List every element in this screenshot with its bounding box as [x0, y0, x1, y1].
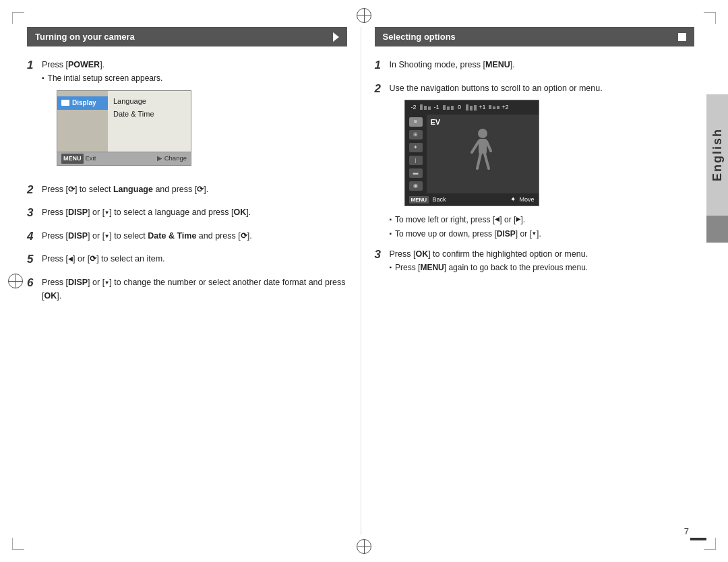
- svg-point-0: [478, 129, 487, 138]
- ev-bar: [424, 106, 427, 110]
- ev-bars-pos1: [489, 105, 499, 109]
- exit-label: Exit: [86, 154, 96, 163]
- ev-content: EV: [427, 115, 539, 193]
- svg-line-2: [472, 142, 479, 152]
- ev-minus2: -2: [409, 103, 419, 112]
- ev-bar: [443, 105, 446, 110]
- ev-plus2: +2: [501, 103, 510, 112]
- move-label: Move: [519, 196, 534, 203]
- ev-bar: [466, 104, 468, 111]
- step-1: 1 Press [POWER]. The intial setup screen…: [27, 59, 347, 175]
- right-column: Selecting options 1 In Shooting mode, pr…: [361, 27, 695, 535]
- corner-bl: [12, 538, 24, 550]
- ev-label: EV: [431, 117, 441, 128]
- ev-bar: [489, 105, 491, 109]
- compass-left: [8, 274, 23, 288]
- back-label: Back: [433, 196, 446, 203]
- step-text-3: Press [DISP] or [▾] to select a language…: [42, 206, 347, 219]
- page-bar: [690, 538, 706, 540]
- right-step-num-1: 1: [375, 57, 390, 74]
- ev-bar: [447, 106, 450, 110]
- page-number: 7: [684, 526, 689, 536]
- step-2: 2 Press [⟳] to select Language and press…: [27, 183, 347, 199]
- datetime-option-text: Date & Time: [113, 110, 154, 118]
- svg-line-3: [487, 142, 491, 151]
- language-option-text: Language: [113, 97, 146, 105]
- step-4: 4 Press [DISP] or [▾] to select Date & T…: [27, 230, 347, 245]
- arrow-icon-change: ▶: [157, 154, 162, 164]
- ev-screen: -2 -1 0: [404, 100, 539, 207]
- compass-bottom: [357, 539, 371, 554]
- cs-right-panel: Language Date & Time: [108, 91, 191, 152]
- step-3: 3 Press [DISP] or [▾] to select a langua…: [27, 206, 347, 222]
- bullet-ud: To move up or down, press [DISP] or [▾].: [390, 228, 695, 240]
- move-arrows-icon: ✦: [510, 195, 516, 203]
- ev-bar: [428, 106, 431, 110]
- right-step-num-2: 2: [375, 81, 390, 98]
- ev-bar: [497, 106, 499, 109]
- language-option: Language: [113, 96, 185, 107]
- display-label: Display: [72, 98, 96, 108]
- ev-move: ✦ Move: [510, 195, 535, 205]
- language-tab: English: [706, 94, 728, 216]
- ev-icon-4: |: [409, 156, 423, 165]
- footer-change: ▶ Change: [157, 154, 187, 164]
- left-section-title: Turning on your camera: [35, 32, 135, 42]
- step-num-5: 5: [27, 251, 42, 268]
- language-tab-label: English: [710, 128, 725, 181]
- display-menu-item: Display: [57, 96, 108, 111]
- step-6: 6 Press [DISP] or [▾] to change the numb…: [27, 276, 347, 302]
- ev-plus1: +1: [478, 103, 487, 112]
- step-text-2: Press [⟳] to select Language and press […: [42, 183, 347, 196]
- cs-left-panel: Display: [57, 91, 108, 152]
- ev-footer: MENU Back ✦ Move: [405, 193, 539, 206]
- step-num-6: 6: [27, 275, 42, 292]
- step-text-1: Press [POWER]. The intial setup screen a…: [42, 59, 347, 175]
- step-text-4: Press [DISP] or [▾] to select Date & Tim…: [42, 230, 347, 243]
- ev-bar: [493, 106, 495, 109]
- step-num-1: 1: [27, 57, 42, 74]
- menu-label-back: MENU: [409, 196, 429, 204]
- ev-bar: [451, 106, 454, 110]
- ev-back: MENU Back: [409, 195, 446, 204]
- ev-minus1: -1: [432, 103, 442, 112]
- ev-sidebar: ≡ ⊞ ✦ | ▬ ◉: [405, 115, 427, 193]
- right-step-num-3: 3: [375, 247, 390, 263]
- person-silhouette: [464, 127, 501, 181]
- step-text-5: Press [◄] or [⟳] to select an item.: [42, 253, 347, 266]
- camera-screen-footer: MENU Exit ▶ Change: [57, 152, 191, 165]
- svg-line-4: [477, 154, 481, 168]
- ev-icon-3: ✦: [409, 143, 423, 152]
- step-num-4: 4: [27, 228, 42, 245]
- datetime-option: Date & Time: [113, 109, 185, 120]
- right-step-text-1: In Shooting mode, press [MENU].: [390, 59, 695, 71]
- ev-bars-neg2: [420, 104, 431, 110]
- step-5: 5 Press [◄] or [⟳] to select an item.: [27, 253, 347, 268]
- ev-zero: 0: [455, 103, 464, 112]
- footer-exit: MENU Exit: [61, 154, 96, 164]
- right-step-text-2: Use the navigation buttons to scroll to …: [390, 82, 695, 240]
- ev-bars-zero: [466, 104, 477, 111]
- step-1-sub-text: The intial setup screen appears.: [48, 73, 163, 84]
- section-stop-icon: [678, 33, 686, 41]
- camera-icon: [61, 100, 69, 106]
- left-section-header: Turning on your camera: [27, 27, 347, 46]
- ev-bar: [474, 105, 477, 111]
- ev-icon-2: ⊞: [409, 130, 423, 139]
- compass-top: [357, 8, 371, 23]
- camera-setup-screen: Display Language Date & Time: [57, 90, 191, 166]
- right-section-header: Selecting options: [375, 27, 695, 46]
- right-step-text-3: Press [OK] to confirm the highlighted op…: [390, 248, 695, 274]
- step-num-2: 2: [27, 182, 42, 199]
- ev-bar: [470, 106, 473, 111]
- ev-bars-neg1: [443, 105, 454, 110]
- step-text-6: Press [DISP] or [▾] to change the number…: [42, 276, 347, 302]
- ev-bar: [420, 104, 423, 110]
- right-section-title: Selecting options: [383, 32, 456, 42]
- corner-tl: [12, 12, 24, 24]
- step-num-3: 3: [27, 205, 42, 222]
- ev-icon-6: ◉: [409, 181, 423, 191]
- bullet-lr: To move left or right, press [◄] or [►].: [390, 214, 695, 226]
- right-step-3: 3 Press [OK] to confirm the highlighted …: [375, 248, 695, 274]
- ev-icon-1: ≡: [409, 117, 423, 127]
